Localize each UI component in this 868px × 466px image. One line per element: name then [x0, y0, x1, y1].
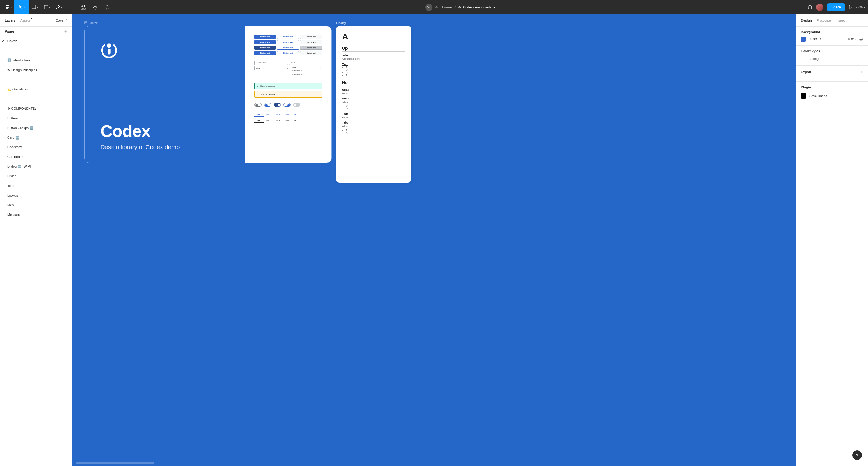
- page-selector-label: Cover: [56, 19, 64, 22]
- mini-button: Button text: [254, 40, 276, 44]
- move-tool-button[interactable]: ▾: [14, 0, 29, 14]
- page-item[interactable]: Card 🆕: [0, 133, 72, 142]
- svg-rect-3: [84, 8, 85, 9]
- frame-icon: [84, 22, 87, 24]
- cover-title: Codex: [100, 121, 239, 141]
- team-avatar[interactable]: W: [425, 4, 433, 11]
- zoom-menu[interactable]: 47% ▾: [856, 5, 866, 9]
- frame-label[interactable]: Cover: [84, 21, 97, 25]
- mini-message-warning: ▲Warning message.: [254, 91, 322, 98]
- plugin-name[interactable]: Save Ratios: [809, 94, 827, 98]
- plugin-section: Plugin Save Ratios —: [796, 82, 868, 103]
- codex-demo-link[interactable]: Codex demo: [146, 144, 180, 150]
- breadcrumb-file-label: Codex components: [463, 5, 492, 9]
- component-preview: Button textButton textButton text Button…: [245, 26, 331, 163]
- present-button[interactable]: [849, 0, 852, 14]
- mini-tabs-gray: Tab 1Tab 2Tab 3Tab 4Tab 5: [254, 118, 322, 123]
- audio-button[interactable]: [807, 0, 812, 14]
- page-item[interactable]: Combobox: [0, 152, 72, 161]
- page-item[interactable]: - - - - - - - - - - - - - - - - -: [0, 46, 72, 56]
- changelog-title: A: [342, 32, 405, 41]
- breadcrumb-file[interactable]: ❖ Codex components ▾: [458, 5, 495, 9]
- page-item[interactable]: Buttons: [0, 113, 72, 123]
- page-item[interactable]: ❖ COMPONENTS:: [0, 104, 72, 113]
- changelog-frame-label[interactable]: Chang: [336, 21, 346, 25]
- tab-assets-label: Assets: [20, 19, 30, 22]
- background-opacity[interactable]: 100%: [847, 37, 856, 41]
- page-item[interactable]: Dialog 🆕 [WIP]: [0, 161, 72, 171]
- text-icon: [69, 5, 73, 9]
- comment-tool-button[interactable]: [101, 0, 113, 14]
- add-export-button[interactable]: +: [861, 69, 863, 75]
- changelog-frame[interactable]: A Up Selec Adde updat our c TextI ADUA N…: [336, 26, 411, 183]
- left-panel: Layers Assets Cover ˄ Pages + Cover- - -…: [0, 14, 72, 466]
- background-label: Background: [801, 30, 820, 34]
- help-button[interactable]: ?: [852, 450, 862, 460]
- svg-point-5: [107, 43, 111, 48]
- page-item[interactable]: Icon: [0, 181, 72, 190]
- canvas[interactable]: Cover Codex Design library of Codex demo…: [72, 14, 796, 466]
- mini-toggles: [254, 103, 322, 107]
- pen-icon: [56, 5, 61, 10]
- share-button[interactable]: Share: [827, 3, 845, 11]
- text-tool-button[interactable]: [65, 0, 77, 14]
- play-icon: [849, 5, 852, 9]
- svg-rect-1: [81, 5, 83, 7]
- page-item[interactable]: 👁 Design Principles: [0, 65, 72, 75]
- color-styles-section: Color Styles Loading: [796, 45, 868, 66]
- page-item[interactable]: Menu: [0, 200, 72, 210]
- page-item[interactable]: Lookup: [0, 190, 72, 200]
- tab-design[interactable]: Design: [801, 19, 812, 22]
- page-item[interactable]: - - - - - - - - - - - - - - - - -: [0, 75, 72, 84]
- export-label: Export: [801, 70, 811, 74]
- page-item[interactable]: Checkbox: [0, 142, 72, 152]
- cursor-icon: [19, 5, 23, 9]
- breadcrumb-project-label: Libraries: [440, 5, 453, 9]
- canvas-horizontal-scrollbar[interactable]: [76, 462, 154, 464]
- main-menu-button[interactable]: ▾: [2, 0, 14, 14]
- color-styles-label: Color Styles: [801, 49, 820, 53]
- background-hex[interactable]: 3366CC: [809, 37, 844, 41]
- plugin-icon: [801, 93, 806, 99]
- svg-rect-2: [81, 8, 83, 9]
- remove-plugin-button[interactable]: —: [860, 94, 863, 98]
- breadcrumb-separator: /: [455, 5, 456, 9]
- figma-logo-icon: [5, 5, 10, 10]
- background-color-swatch[interactable]: [801, 37, 806, 41]
- page-item[interactable]: ℹ️ Introduction: [0, 56, 72, 65]
- frame-tool-button[interactable]: ▾: [29, 0, 41, 14]
- pen-tool-button[interactable]: ▾: [53, 0, 65, 14]
- tab-prototype[interactable]: Prototype: [817, 19, 831, 22]
- page-item[interactable]: Cover: [0, 36, 72, 46]
- assets-updates-dot: [31, 18, 32, 19]
- user-avatar[interactable]: [816, 4, 824, 11]
- page-selector[interactable]: Cover ˄: [56, 19, 67, 22]
- page-item[interactable]: - - - - - - - - - - - - - - - - -: [0, 94, 72, 104]
- mini-tabs-blue: Tab 1Tab 2Tab 3Tab 4Tab 5: [254, 112, 322, 117]
- right-panel: Design Prototype Inspect Background 3366…: [796, 14, 868, 466]
- hand-tool-button[interactable]: [89, 0, 101, 14]
- frame-icon: [32, 5, 36, 10]
- add-page-button[interactable]: +: [64, 29, 67, 34]
- page-item[interactable]: Button Groups 🆕: [0, 123, 72, 133]
- resources-button[interactable]: [77, 0, 89, 14]
- visibility-toggle[interactable]: [859, 37, 863, 41]
- tab-inspect[interactable]: Inspect: [836, 19, 846, 22]
- mini-button: Button text: [254, 45, 276, 50]
- mini-select: Value▾: [254, 66, 289, 70]
- changelog-section-updated: Up: [342, 46, 405, 52]
- tab-layers[interactable]: Layers: [5, 19, 16, 22]
- page-item[interactable]: Message: [0, 210, 72, 219]
- shape-tool-button[interactable]: ▾: [41, 0, 53, 14]
- breadcrumb-project[interactable]: ❖ Libraries: [435, 5, 453, 9]
- tab-assets[interactable]: Assets: [20, 19, 30, 22]
- page-item[interactable]: Divider: [0, 171, 72, 181]
- share-button-label: Share: [831, 5, 841, 9]
- background-section: Background 3366CC 100%: [796, 27, 868, 45]
- plus-grid-icon: [81, 5, 86, 10]
- svg-point-6: [861, 39, 862, 40]
- cover-frame[interactable]: Codex Design library of Codex demo Butto…: [84, 26, 332, 163]
- page-item[interactable]: 📐 Guidelines: [0, 84, 72, 94]
- zoom-value: 47%: [856, 5, 863, 9]
- team-avatar-letter: W: [427, 5, 430, 9]
